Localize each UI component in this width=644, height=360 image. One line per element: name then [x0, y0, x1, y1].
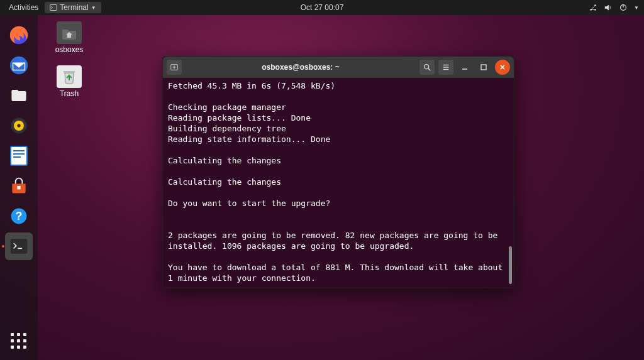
thunderbird-icon	[8, 55, 30, 76]
writer-icon	[9, 145, 28, 166]
activities-button[interactable]: Activities	[5, 2, 42, 13]
clock[interactable]: Oct 27 00:07	[301, 3, 344, 12]
terminal-titlebar[interactable]: osboxes@osboxes: ~	[163, 57, 514, 78]
svg-rect-19	[17, 186, 20, 189]
close-button[interactable]	[495, 60, 510, 75]
search-icon	[423, 63, 431, 72]
svg-rect-0	[50, 5, 57, 11]
desktop: ? osboxes Trash	[0, 15, 644, 360]
terminal-line	[168, 91, 509, 102]
terminal-line: Reading package lists... Done	[168, 112, 509, 123]
svg-rect-17	[13, 153, 25, 155]
svg-rect-24	[64, 71, 75, 73]
chevron-down-icon: ▼	[91, 5, 96, 11]
trash-icon	[57, 65, 82, 88]
top-bar: Activities Terminal ▼ Oct 27 00:07 ▼	[0, 0, 644, 15]
dock-firefox[interactable]	[5, 21, 33, 49]
minimize-button[interactable]	[457, 60, 472, 75]
svg-rect-14	[11, 146, 27, 165]
terminal-body[interactable]: Fetched 45.3 MB in 6s (7,548 kB/s) Check…	[163, 78, 514, 288]
svg-line-29	[428, 68, 431, 71]
svg-rect-10	[11, 90, 18, 93]
terminal-line: Building dependency tree	[168, 123, 509, 134]
menu-button[interactable]	[438, 60, 453, 75]
terminal-line: You have to download a total of 881 M. T…	[168, 262, 509, 283]
desktop-icons: osboxes Trash	[47, 21, 91, 98]
show-applications-button[interactable]	[5, 327, 33, 355]
terminal-line: Fetched 45.3 MB in 6s (7,548 kB/s)	[168, 80, 509, 91]
terminal-line	[168, 251, 509, 262]
svg-point-28	[425, 65, 429, 69]
power-icon[interactable]	[619, 3, 628, 12]
terminal-line: Checking package manager	[168, 102, 509, 112]
home-folder-icon	[57, 21, 82, 44]
svg-rect-22	[11, 239, 28, 253]
desktop-home-folder[interactable]: osboxes	[47, 21, 91, 54]
terminal-title: osboxes@osboxes: ~	[186, 63, 416, 72]
maximize-icon	[480, 63, 487, 71]
dock-thunderbird[interactable]	[5, 52, 33, 79]
system-menu-chevron-icon[interactable]: ▼	[634, 5, 639, 11]
new-tab-icon	[170, 63, 179, 72]
terminal-line: Calculating the changes	[168, 155, 509, 166]
dock-help[interactable]: ?	[5, 202, 33, 230]
volume-icon[interactable]	[604, 3, 613, 12]
terminal-line	[168, 166, 509, 177]
network-icon[interactable]	[589, 3, 597, 12]
terminal-indicator-icon	[50, 4, 57, 11]
desktop-home-label: osboxes	[55, 45, 84, 54]
terminal-line	[168, 145, 509, 155]
files-icon	[9, 85, 29, 106]
search-button[interactable]	[419, 60, 435, 75]
firefox-icon	[8, 25, 30, 46]
terminal-line	[168, 283, 509, 288]
dock: ?	[0, 15, 38, 360]
rhythmbox-icon	[9, 116, 29, 136]
dock-software[interactable]	[5, 172, 33, 200]
terminal-line	[168, 187, 509, 198]
minimize-icon	[461, 63, 469, 71]
svg-point-13	[17, 124, 20, 127]
close-icon	[499, 63, 506, 71]
hamburger-icon	[441, 63, 450, 72]
svg-text:?: ?	[16, 210, 23, 222]
terminal-line: 2 packages are going to be removed. 82 n…	[168, 230, 509, 251]
svg-rect-16	[13, 150, 25, 151]
help-icon: ?	[9, 206, 29, 226]
terminal-window: osboxes@osboxes: ~ Fetched 45.3	[162, 56, 514, 288]
dock-terminal[interactable]	[5, 232, 33, 260]
terminal-line: Do you want to start the upgrade?	[168, 198, 509, 209]
app-indicator-label: Terminal	[60, 3, 88, 12]
terminal-line	[168, 219, 509, 230]
dock-files[interactable]	[5, 82, 33, 109]
dock-rhythmbox[interactable]	[5, 112, 33, 139]
terminal-icon	[9, 237, 28, 255]
svg-rect-18	[13, 156, 21, 158]
software-icon	[9, 176, 29, 196]
maximize-button[interactable]	[476, 60, 491, 75]
dock-writer[interactable]	[5, 142, 33, 170]
desktop-trash-label: Trash	[60, 89, 79, 98]
scrollbar-thumb[interactable]	[509, 246, 512, 284]
terminal-line: Calculating the changes	[168, 177, 509, 187]
terminal-line: Reading state information... Done	[168, 134, 509, 145]
svg-rect-34	[481, 65, 486, 70]
desktop-trash[interactable]: Trash	[47, 65, 91, 98]
new-tab-button[interactable]	[167, 60, 182, 75]
terminal-line	[168, 209, 509, 219]
app-indicator[interactable]: Terminal ▼	[45, 2, 101, 13]
